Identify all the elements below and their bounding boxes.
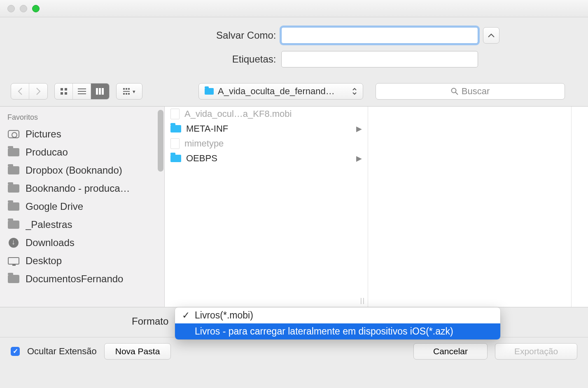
chevron-right-icon: ▶ — [356, 124, 362, 133]
svg-rect-0 — [61, 88, 63, 91]
sidebar-item-label: _Palestras — [26, 219, 72, 230]
sidebar-item[interactable]: Desktop — [0, 252, 164, 270]
checkmark-icon: ✓ — [181, 310, 191, 321]
column-resize-handle[interactable]: || — [360, 297, 365, 304]
file-browser-item-label: META-INF — [186, 123, 228, 134]
file-browser-item[interactable]: mimetype — [165, 136, 368, 151]
file-browser-item-label: A_vida_ocul…a_KF8.mobi — [184, 109, 292, 119]
search-placeholder: Buscar — [462, 86, 490, 97]
svg-rect-14 — [123, 93, 125, 95]
column-3 — [572, 107, 588, 307]
camera-icon — [7, 129, 20, 139]
svg-line-18 — [455, 92, 458, 95]
sidebar-item[interactable]: Google Drive — [0, 197, 164, 216]
zoom-window-button[interactable] — [32, 5, 40, 12]
desktop-icon — [7, 256, 20, 266]
sidebar-section-header: Favoritos — [0, 111, 164, 125]
folder-icon — [7, 165, 20, 175]
format-dropdown-menu: ✓Livros(*.mobi)Livros - para carregar la… — [175, 307, 500, 339]
sidebar-item-label: Producao — [26, 146, 68, 158]
file-browser-item[interactable]: META-INF▶ — [165, 121, 368, 136]
tags-label: Etiquetas: — [89, 53, 276, 65]
location-popup-button[interactable]: A_vida_oculta_de_fernand… — [198, 83, 363, 100]
svg-rect-15 — [126, 93, 127, 95]
svg-rect-10 — [123, 88, 125, 90]
chevron-down-icon: ▾ — [133, 88, 135, 95]
download-icon — [7, 238, 20, 248]
svg-rect-9 — [102, 88, 104, 95]
nav-back-forward — [11, 83, 48, 100]
close-window-button[interactable] — [7, 5, 15, 12]
file-browser-item[interactable]: OEBPS▶ — [165, 151, 368, 166]
cancel-button[interactable]: Cancelar — [413, 343, 488, 360]
forward-button[interactable] — [29, 84, 47, 99]
svg-rect-7 — [96, 88, 98, 95]
view-mode-segment — [54, 83, 110, 100]
chevron-up-icon — [488, 33, 495, 37]
save-as-label: Salvar Como: — [89, 30, 276, 41]
format-option-label: Livros(*.mobi) — [195, 310, 253, 321]
new-folder-button[interactable]: Nova Pasta — [104, 343, 171, 360]
list-view-button[interactable] — [73, 84, 91, 99]
search-input[interactable]: Buscar — [376, 83, 565, 100]
back-button[interactable] — [11, 84, 29, 99]
sidebar-item-label: DocumentosFernando — [26, 273, 123, 285]
sidebar-item-label: Dropbox (Booknando) — [26, 165, 122, 176]
sidebar-item[interactable]: Producao — [0, 143, 164, 161]
sidebar-item-label: Pictures — [26, 128, 61, 140]
file-icon — [170, 138, 180, 149]
search-icon — [451, 88, 458, 95]
column-2 — [368, 107, 572, 307]
folder-icon — [7, 184, 20, 193]
svg-point-17 — [451, 88, 456, 93]
file-browser-item[interactable]: A_vida_ocul…a_KF8.mobi — [165, 107, 368, 121]
chevron-right-icon: ▶ — [356, 154, 362, 163]
bottom-bar: ✓ Ocultar Extensão Nova Pasta Cancelar E… — [0, 337, 588, 365]
export-button[interactable]: Exportação — [495, 343, 577, 360]
folder-icon — [7, 202, 20, 211]
sidebar-item[interactable]: Dropbox (Booknando) — [0, 161, 164, 179]
svg-rect-3 — [65, 92, 67, 95]
browser-toolbar: ▾ A_vida_oculta_de_fernand… Buscar — [0, 80, 588, 107]
sidebar-item[interactable]: DocumentosFernando — [0, 270, 164, 288]
sidebar-item[interactable]: _Palestras — [0, 216, 164, 234]
arrange-button[interactable]: ▾ — [117, 84, 142, 99]
hide-extension-checkbox[interactable]: ✓ — [11, 347, 20, 356]
format-option[interactable]: ✓Livros(*.mobi) — [175, 307, 500, 323]
window-titlebar — [0, 0, 588, 17]
folder-icon — [170, 125, 181, 132]
sidebar-item[interactable]: Pictures — [0, 125, 164, 143]
column-view-button[interactable] — [91, 84, 109, 99]
svg-rect-1 — [65, 88, 67, 91]
svg-rect-12 — [128, 88, 130, 90]
location-name: A_vida_oculta_de_fernand… — [218, 86, 348, 97]
format-label: Formato — [132, 316, 168, 327]
svg-rect-8 — [99, 88, 101, 95]
sidebar-item[interactable]: Downloads — [0, 234, 164, 252]
format-option[interactable]: Livros - para carregar lateralmente em d… — [175, 323, 500, 339]
column-1: A_vida_ocul…a_KF8.mobiMETA-INF▶mimetypeO… — [165, 107, 368, 307]
folder-icon — [205, 88, 214, 95]
tags-input[interactable] — [281, 51, 478, 67]
svg-rect-16 — [128, 93, 130, 95]
updown-icon — [352, 87, 357, 95]
folder-icon — [7, 274, 20, 284]
minimize-window-button[interactable] — [20, 5, 27, 12]
scrollbar-thumb[interactable] — [158, 110, 163, 172]
format-option-label: Livros - para carregar lateralmente em d… — [195, 326, 453, 337]
file-icon — [170, 109, 180, 119]
sidebar-item-label: Booknando - produca… — [26, 183, 130, 194]
collapse-panel-button[interactable] — [483, 27, 499, 44]
svg-rect-13 — [123, 91, 130, 92]
folder-icon — [7, 147, 20, 157]
hide-extension-label: Ocultar Extensão — [27, 346, 97, 357]
svg-rect-2 — [61, 92, 63, 95]
folder-icon — [7, 220, 20, 230]
file-browser-item-label: mimetype — [184, 138, 224, 149]
format-row: Formato ✓Livros(*.mobi)Livros - para car… — [0, 307, 588, 337]
sidebar-item-label: Google Drive — [26, 201, 83, 212]
sidebar-item[interactable]: Booknando - produca… — [0, 179, 164, 197]
save-as-input[interactable] — [281, 27, 478, 44]
save-form-area: Salvar Como: Etiquetas: — [0, 17, 588, 80]
icon-view-button[interactable] — [55, 84, 73, 99]
